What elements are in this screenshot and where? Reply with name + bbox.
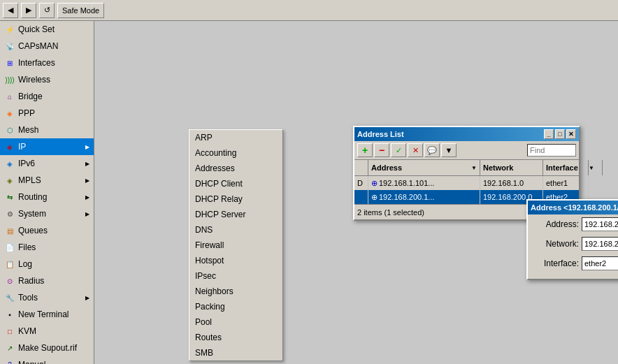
routing-arrow-icon: ▶ bbox=[85, 194, 89, 201]
minimize-button[interactable]: _ bbox=[544, 129, 554, 139]
sidebar-item-label: Queues bbox=[18, 226, 48, 235]
sidebar-item-kvm[interactable]: □ KVM bbox=[0, 323, 94, 340]
submenu-item-hotspot[interactable]: Hotspot bbox=[189, 253, 282, 268]
address-list-toolbar: + − ✓ ✕ 💬 ▼ bbox=[354, 141, 579, 160]
table-row[interactable]: D ⊕ 192.168.1.101... 192.168.1.0 ether1 bbox=[354, 176, 579, 190]
mpls-arrow-icon: ▶ bbox=[85, 177, 89, 184]
sidebar-item-files[interactable]: 📄 Files bbox=[0, 239, 94, 256]
add-address-button[interactable]: + bbox=[357, 143, 373, 157]
sidebar-item-label: Interfaces bbox=[18, 58, 55, 68]
interface-value: ether2 bbox=[582, 259, 618, 268]
sidebar-item-make-supout[interactable]: ↗ Make Supout.rif bbox=[0, 340, 94, 356]
filter-button[interactable]: ▼ bbox=[441, 143, 457, 157]
sidebar-item-capsman[interactable]: 📡 CAPsMAN bbox=[0, 38, 94, 54]
sidebar-item-mpls[interactable]: ◈ MPLS ▶ bbox=[0, 172, 94, 189]
forward-button[interactable]: ▶ bbox=[21, 3, 36, 18]
col-header-dropdown[interactable]: ▼ bbox=[589, 160, 603, 175]
sidebar: ⚡ Quick Set 📡 CAPsMAN ⊞ Interfaces )))) … bbox=[0, 21, 94, 364]
remove-icon: − bbox=[379, 145, 385, 156]
sidebar-item-routing[interactable]: ⇆ Routing ▶ bbox=[0, 189, 94, 205]
network-input[interactable] bbox=[582, 237, 618, 251]
mpls-icon: ◈ bbox=[4, 175, 15, 186]
submenu-item-dns[interactable]: DNS bbox=[189, 222, 282, 238]
quick-set-icon: ⚡ bbox=[4, 24, 15, 35]
sidebar-item-ipv6[interactable]: ◈ IPv6 ▶ bbox=[0, 155, 94, 172]
sidebar-item-label: Manual bbox=[18, 360, 45, 364]
sidebar-item-new-terminal[interactable]: ▪ New Terminal bbox=[0, 306, 94, 323]
sidebar-item-queues[interactable]: ▤ Queues bbox=[0, 222, 94, 239]
row2-address: ⊕ 192.168.200.1... bbox=[368, 190, 480, 204]
sidebar-item-label: System bbox=[18, 209, 46, 219]
interface-form-row: Interface: ether2 ▼ bbox=[528, 254, 618, 273]
submenu-item-dhcp-relay[interactable]: DHCP Relay bbox=[189, 191, 282, 207]
bridge-icon: ⌂ bbox=[4, 91, 15, 102]
submenu-item-routes[interactable]: Routes bbox=[189, 330, 282, 345]
ipv6-icon: ◈ bbox=[4, 158, 15, 169]
remove-address-button[interactable]: − bbox=[374, 143, 389, 157]
terminal-icon: ▪ bbox=[4, 309, 15, 320]
safe-mode-button[interactable]: Safe Mode bbox=[57, 3, 104, 18]
mesh-icon: ⬡ bbox=[4, 124, 15, 136]
sidebar-item-interfaces[interactable]: ⊞ Interfaces bbox=[0, 54, 94, 71]
sidebar-item-quick-set[interactable]: ⚡ Quick Set bbox=[0, 21, 94, 38]
sidebar-item-label: CAPsMAN bbox=[18, 41, 58, 51]
disable-address-button[interactable]: ✕ bbox=[408, 143, 423, 157]
sidebar-item-log[interactable]: 📋 Log bbox=[0, 256, 94, 272]
capsman-icon: 📡 bbox=[4, 41, 15, 52]
back-button[interactable]: ◀ bbox=[3, 3, 18, 18]
enable-button[interactable]: ✓ bbox=[391, 143, 406, 157]
submenu-item-ipsec[interactable]: IPsec bbox=[189, 268, 282, 284]
system-arrow-icon: ▶ bbox=[85, 211, 89, 217]
col-header-interface[interactable]: Interface bbox=[543, 160, 589, 175]
find-input[interactable] bbox=[527, 144, 576, 156]
submenu-item-addresses[interactable]: Addresses bbox=[189, 161, 282, 176]
sidebar-item-tools[interactable]: 🔧 Tools ▶ bbox=[0, 289, 94, 306]
interfaces-icon: ⊞ bbox=[4, 57, 15, 68]
col-header-network[interactable]: Network bbox=[480, 160, 543, 175]
sidebar-item-label: New Terminal bbox=[18, 310, 69, 319]
sidebar-item-label: IP bbox=[18, 142, 26, 152]
submenu-item-firewall[interactable]: Firewall bbox=[189, 238, 282, 253]
ip-icon: ◈ bbox=[4, 141, 15, 152]
address-icon2: ⊕ bbox=[371, 193, 378, 202]
sidebar-item-radius[interactable]: ⊙ Radius bbox=[0, 272, 94, 289]
row1-flag: D bbox=[354, 176, 368, 190]
address-input[interactable] bbox=[582, 217, 618, 231]
sidebar-item-wireless[interactable]: )))) Wireless bbox=[0, 71, 94, 88]
row1-interface: ether1 bbox=[543, 176, 589, 190]
sidebar-item-system[interactable]: ⚙ System ▶ bbox=[0, 205, 94, 222]
submenu-item-dhcp-server[interactable]: DHCP Server bbox=[189, 207, 282, 222]
col-header-address[interactable]: Address ▼ bbox=[368, 160, 480, 175]
sidebar-item-label: Log bbox=[18, 259, 32, 269]
sidebar-item-manual[interactable]: ? Manual bbox=[0, 356, 94, 364]
log-icon: 📋 bbox=[4, 259, 15, 270]
submenu-item-pool[interactable]: Pool bbox=[189, 314, 282, 330]
network-label: Network: bbox=[533, 239, 579, 249]
address-edit-title: Address <192.168.200.1/24> bbox=[531, 203, 618, 212]
sidebar-item-bridge[interactable]: ⌂ Bridge bbox=[0, 88, 94, 105]
submenu-item-neighbors[interactable]: Neighbors bbox=[189, 284, 282, 299]
comment-address-button[interactable]: 💬 bbox=[424, 143, 440, 157]
routing-icon: ⇆ bbox=[4, 191, 15, 203]
submenu-item-packing[interactable]: Packing bbox=[189, 299, 282, 314]
check-icon: ✓ bbox=[396, 146, 402, 155]
files-icon: 📄 bbox=[4, 242, 15, 253]
address-form-row: Address: bbox=[528, 214, 618, 234]
sidebar-item-label: IPv6 bbox=[18, 159, 35, 168]
refresh-button[interactable]: ↺ bbox=[39, 3, 55, 18]
sidebar-item-mesh[interactable]: ⬡ Mesh bbox=[0, 122, 94, 138]
sidebar-item-label: PPP bbox=[18, 108, 35, 118]
sidebar-item-ip[interactable]: ◈ IP ▶ bbox=[0, 138, 94, 155]
main-toolbar: ◀ ▶ ↺ Safe Mode bbox=[0, 0, 618, 21]
address-label: Address: bbox=[533, 219, 579, 229]
sidebar-item-label: Wireless bbox=[18, 75, 50, 85]
submenu-item-arp[interactable]: ARP bbox=[189, 130, 282, 145]
submenu-item-accounting[interactable]: Accounting bbox=[189, 145, 282, 161]
submenu-item-dhcp-client[interactable]: DHCP Client bbox=[189, 176, 282, 191]
submenu-item-smb[interactable]: SMB bbox=[189, 345, 282, 361]
close-button[interactable]: ✕ bbox=[566, 129, 576, 139]
interface-select[interactable]: ether2 ▼ bbox=[582, 256, 618, 270]
address-list-title: Address List bbox=[357, 130, 404, 138]
sidebar-item-ppp[interactable]: ◈ PPP bbox=[0, 105, 94, 122]
maximize-button[interactable]: □ bbox=[555, 129, 565, 139]
